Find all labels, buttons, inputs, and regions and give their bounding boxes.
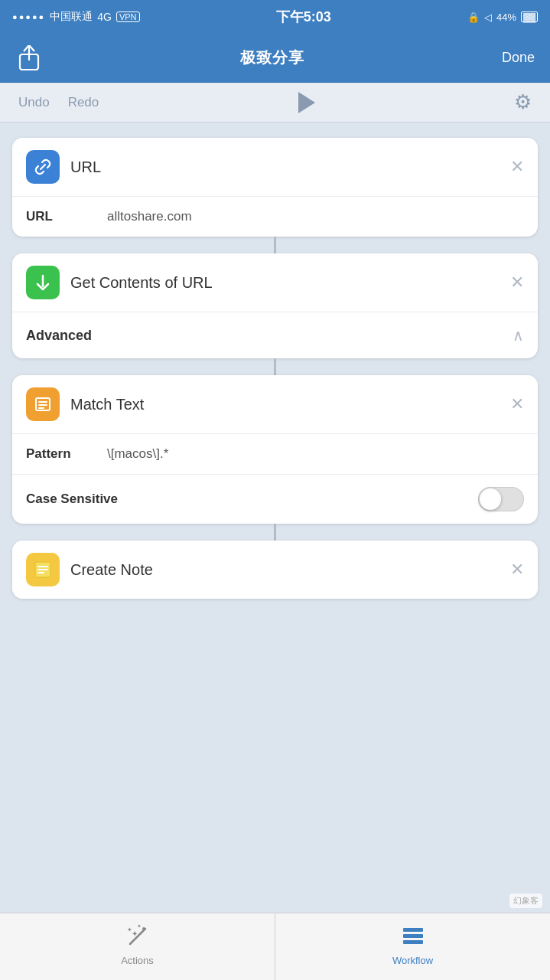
location-icon: ◁ xyxy=(484,11,492,23)
nav-bar: 极致分享 Done xyxy=(0,34,550,83)
get-contents-icon xyxy=(26,266,60,299)
tab-actions[interactable]: ✦ ✦ ✦ Actions xyxy=(0,913,275,980)
create-note-icon xyxy=(26,553,60,586)
status-right: 🔒 ◁ 44% ▓▓ xyxy=(467,11,538,23)
create-note-header: Create Note ✕ xyxy=(12,541,538,599)
match-text-close-button[interactable]: ✕ xyxy=(510,394,524,414)
signal-dots: ●●●●● xyxy=(12,12,45,21)
case-sensitive-label: Case Sensitive xyxy=(26,492,118,507)
svg-rect-18 xyxy=(403,940,423,944)
share-button[interactable] xyxy=(15,44,43,72)
settings-button[interactable]: ⚙ xyxy=(514,90,532,114)
vpn-label: VPN xyxy=(116,11,140,22)
workflow-list-icon xyxy=(399,923,427,950)
run-button[interactable] xyxy=(298,92,315,113)
advanced-row[interactable]: Advanced ∧ xyxy=(12,312,538,358)
actions-tab-label: Actions xyxy=(121,955,154,966)
case-sensitive-toggle[interactable] xyxy=(478,487,524,511)
toolbar: Undo Redo ⚙ xyxy=(0,83,550,122)
match-text-body: Pattern \[macos\].* Case Sensitive xyxy=(12,433,538,524)
done-button[interactable]: Done xyxy=(502,50,535,66)
get-contents-header: Get Contents of URL ✕ xyxy=(12,253,538,312)
match-text-card: Match Text ✕ Pattern \[macos\].* Case Se… xyxy=(12,375,538,524)
pattern-label: Pattern xyxy=(26,446,95,462)
case-sensitive-row: Case Sensitive xyxy=(12,475,538,524)
carrier-label: 中国联通 xyxy=(50,10,93,24)
redo-button[interactable]: Redo xyxy=(68,95,99,110)
create-note-close-button[interactable]: ✕ xyxy=(510,560,524,580)
url-field-row: URL alltoshare.com xyxy=(12,197,538,237)
workflow-tab-label: Workflow xyxy=(392,955,433,966)
nav-title: 极致分享 xyxy=(240,47,304,68)
advanced-label: Advanced xyxy=(26,328,92,344)
tab-bar: ✦ ✦ ✦ Actions Workflow xyxy=(0,913,550,980)
match-text-title: Match Text xyxy=(70,396,144,413)
undo-button[interactable]: Undo xyxy=(18,95,50,110)
svg-text:✦: ✦ xyxy=(137,923,142,929)
get-contents-close-button[interactable]: ✕ xyxy=(510,273,524,292)
svg-text:✦: ✦ xyxy=(132,929,138,938)
status-left: ●●●●● 中国联通 4G VPN xyxy=(12,10,140,24)
svg-text:✦: ✦ xyxy=(127,926,132,933)
advanced-chevron-icon: ∧ xyxy=(513,326,524,345)
connector-2 xyxy=(274,358,276,375)
get-contents-body: Advanced ∧ xyxy=(12,312,538,358)
url-card-icon xyxy=(26,150,60,184)
toggle-thumb xyxy=(480,488,501,510)
wand-icon: ✦ ✦ ✦ xyxy=(124,923,151,950)
match-text-header: Match Text ✕ xyxy=(12,375,538,433)
tab-workflow[interactable]: Workflow xyxy=(275,913,550,980)
battery-label: 44% xyxy=(496,11,516,23)
url-card-body: URL alltoshare.com xyxy=(12,196,538,237)
status-time: 下午5:03 xyxy=(276,8,331,26)
svg-rect-17 xyxy=(403,934,423,938)
url-card: URL ✕ URL alltoshare.com xyxy=(12,138,538,237)
connector-3 xyxy=(274,524,276,541)
watermark-label: 幻象客 xyxy=(509,893,542,908)
battery-icon: ▓▓ xyxy=(521,11,538,22)
get-contents-card: Get Contents of URL ✕ Advanced ∧ xyxy=(12,253,538,358)
content-area: URL ✕ URL alltoshare.com xyxy=(0,122,550,691)
create-note-title: Create Note xyxy=(70,561,153,579)
match-text-icon xyxy=(26,387,60,421)
connector-1 xyxy=(274,237,276,253)
actions-tab-icon-area: ✦ ✦ ✦ xyxy=(124,921,151,952)
status-bar: ●●●●● 中国联通 4G VPN 下午5:03 🔒 ◁ 44% ▓▓ xyxy=(0,0,550,34)
create-note-card: Create Note ✕ xyxy=(12,541,538,599)
pattern-field-row: Pattern \[macos\].* xyxy=(12,434,538,475)
url-card-title: URL xyxy=(70,158,101,176)
url-field-label: URL xyxy=(26,209,95,224)
url-card-header: URL ✕ xyxy=(12,138,538,196)
pattern-value[interactable]: \[macos\].* xyxy=(107,446,168,462)
url-field-value[interactable]: alltoshare.com xyxy=(107,209,192,224)
workflow-tab-icon-area xyxy=(399,921,427,952)
svg-point-12 xyxy=(142,927,145,930)
network-label: 4G xyxy=(97,11,112,23)
workflow-list: URL ✕ URL alltoshare.com xyxy=(0,122,550,614)
url-close-button[interactable]: ✕ xyxy=(510,157,524,177)
get-contents-title: Get Contents of URL xyxy=(70,274,213,292)
lock-icon: 🔒 xyxy=(467,11,480,23)
svg-rect-16 xyxy=(403,928,423,932)
